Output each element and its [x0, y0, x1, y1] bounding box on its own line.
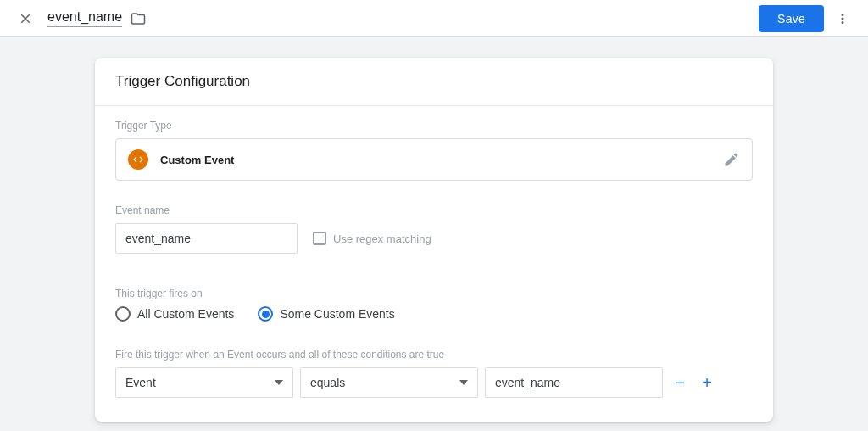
custom-event-icon — [128, 149, 148, 170]
condition-variable-select[interactable]: Event — [115, 367, 293, 398]
add-condition-button[interactable]: + — [697, 373, 717, 393]
radio-some-label: Some Custom Events — [280, 307, 394, 321]
trigger-type-selector[interactable]: Custom Event — [115, 138, 753, 181]
top-bar: event_name Save — [0, 0, 868, 37]
code-icon — [132, 154, 144, 165]
trigger-config-card: Trigger Configuration Trigger Type Custo… — [95, 58, 773, 422]
conditions-label: Fire this trigger when an Event occurs a… — [115, 349, 753, 361]
radio-some-events[interactable]: Some Custom Events — [258, 306, 394, 322]
radio-selected-icon — [258, 306, 273, 322]
folder-icon — [131, 11, 146, 26]
condition-variable-value: Event — [125, 376, 156, 389]
more-actions-button[interactable] — [827, 3, 858, 34]
condition-value-input[interactable] — [485, 367, 663, 398]
pencil-icon — [723, 151, 740, 168]
regex-checkbox[interactable]: Use regex matching — [313, 232, 431, 245]
trigger-type-label: Trigger Type — [115, 120, 753, 132]
radio-all-label: All Custom Events — [137, 307, 234, 321]
radio-all-events[interactable]: All Custom Events — [115, 306, 234, 322]
event-name-input[interactable] — [115, 223, 298, 254]
condition-row: Event equals − + — [115, 367, 753, 398]
checkbox-icon — [313, 232, 326, 245]
chevron-down-icon — [275, 380, 283, 385]
more-vert-icon — [835, 11, 850, 26]
radio-unselected-icon — [115, 306, 131, 322]
fires-on-label: This trigger fires on — [115, 288, 753, 299]
close-icon — [18, 11, 33, 26]
title-area: event_name — [47, 9, 146, 27]
save-button[interactable]: Save — [759, 5, 824, 32]
folder-button[interactable] — [131, 11, 146, 26]
trigger-type-name: Custom Event — [160, 154, 234, 166]
event-name-label: Event name — [115, 204, 753, 216]
card-title: Trigger Configuration — [95, 58, 773, 106]
remove-condition-button[interactable]: − — [670, 373, 690, 393]
regex-label: Use regex matching — [333, 232, 431, 245]
chevron-down-icon — [459, 380, 468, 385]
close-button[interactable] — [10, 3, 41, 34]
condition-operator-select[interactable]: equals — [300, 367, 478, 398]
condition-operator-value: equals — [310, 376, 345, 389]
edit-trigger-type-button[interactable] — [723, 151, 740, 168]
trigger-name-input[interactable]: event_name — [47, 9, 122, 27]
page-background: Trigger Configuration Trigger Type Custo… — [0, 37, 868, 431]
